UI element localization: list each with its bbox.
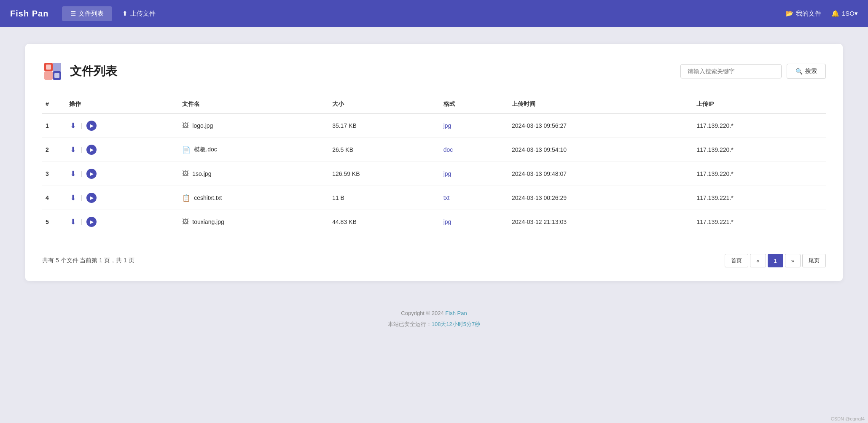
forward-btn[interactable]: ▶ <box>86 120 97 132</box>
nav-file-list[interactable]: ☰ 文件列表 <box>62 6 112 21</box>
row-size: 26.5 KB <box>325 138 437 162</box>
forward-icon: ▶ <box>86 217 97 227</box>
format-link[interactable]: jpg <box>443 218 451 225</box>
filename-text: ceshitxt.txt <box>194 194 222 201</box>
format-link[interactable]: jpg <box>443 122 451 129</box>
filename-text: 模板.doc <box>194 146 217 154</box>
row-size: 44.83 KB <box>325 210 437 234</box>
file-icon: 🖼 <box>182 122 189 129</box>
forward-icon: ▶ <box>86 145 97 155</box>
col-upload-ip: 上传IP <box>690 95 826 113</box>
my-files-btn[interactable]: 📂 我的文件 <box>785 10 821 18</box>
action-divider: | <box>81 122 82 129</box>
page-btn-尾页[interactable]: 尾页 <box>802 254 826 267</box>
nav-file-list-label: 文件列表 <box>78 10 104 18</box>
navbar: Fish Pan ☰ 文件列表 ⬆ 上传文件 📂 我的文件 🔔 1SO▾ <box>0 0 868 27</box>
card-title-icon <box>42 61 63 82</box>
nav-upload-label: 上传文件 <box>130 10 156 18</box>
my-files-icon: 📂 <box>785 10 793 17</box>
svg-rect-5 <box>44 71 53 80</box>
row-filename: 📋 ceshitxt.txt <box>175 186 325 210</box>
col-index: # <box>42 95 62 113</box>
table-row: 3 ⬇ | ▶ 🖼 1so.jpg 126.59 KB jpg 2024-03-… <box>42 162 826 186</box>
row-filename: 🖼 touxiang.jpg <box>175 210 325 234</box>
table-row: 1 ⬇ | ▶ 🖼 logo.jpg 35.17 KB jpg 2024-03-… <box>42 113 826 138</box>
nav-upload[interactable]: ⬆ 上传文件 <box>114 6 164 21</box>
search-area: 🔍 搜索 <box>680 64 826 79</box>
table-row: 4 ⬇ | ▶ 📋 ceshitxt.txt 11 B txt 2024-03-… <box>42 186 826 210</box>
row-upload-time: 2024-03-13 00:26:29 <box>505 186 690 210</box>
user-btn[interactable]: 🔔 1SO▾ <box>831 10 858 17</box>
row-size: 126.59 KB <box>325 162 437 186</box>
forward-icon: ▶ <box>86 121 97 131</box>
page-btn-1[interactable]: 1 <box>768 254 783 267</box>
row-upload-time: 2024-03-12 21:13:03 <box>505 210 690 234</box>
row-upload-ip: 117.139.221.* <box>690 186 826 210</box>
nav-menu: ☰ 文件列表 ⬆ 上传文件 <box>62 6 785 21</box>
row-size: 11 B <box>325 186 437 210</box>
download-btn[interactable]: ⬇ <box>69 120 77 131</box>
page-btn-«[interactable]: « <box>750 254 766 267</box>
my-files-label: 我的文件 <box>796 10 821 18</box>
search-input[interactable] <box>680 64 782 78</box>
svg-rect-3 <box>54 73 59 78</box>
download-icon: ⬇ <box>70 217 76 226</box>
col-size: 大小 <box>325 95 437 113</box>
upload-icon: ⬆ <box>122 10 128 17</box>
row-actions: ⬇ | ▶ <box>62 162 175 186</box>
forward-btn[interactable]: ▶ <box>86 168 97 180</box>
file-table: # 操作 文件名 大小 格式 上传时间 上传IP 1 ⬇ | ▶ <box>42 95 826 234</box>
file-icon: 🖼 <box>182 218 189 226</box>
table-row: 2 ⬇ | ▶ 📄 模板.doc 26.5 KB doc 2024-03-13 … <box>42 138 826 162</box>
row-format: txt <box>437 186 505 210</box>
row-format: jpg <box>437 162 505 186</box>
forward-btn[interactable]: ▶ <box>86 144 97 156</box>
csdn-badge: CSDN @egrrgf4 <box>831 416 865 421</box>
file-icon: 📋 <box>182 194 191 202</box>
download-btn[interactable]: ⬇ <box>69 168 77 179</box>
row-actions: ⬇ | ▶ <box>62 186 175 210</box>
col-format: 格式 <box>437 95 505 113</box>
site-footer: Copyright © 2024 Fish Pan 本站已安全运行：108天12… <box>0 298 868 340</box>
card-footer: 共有 5 个文件 当前第 1 页，共 1 页 首页«1»尾页 <box>42 247 826 267</box>
action-divider: | <box>81 170 82 178</box>
format-link[interactable]: txt <box>443 194 450 201</box>
pagination-info: 共有 5 个文件 当前第 1 页，共 1 页 <box>42 257 134 264</box>
download-icon: ⬇ <box>70 193 76 202</box>
row-size: 35.17 KB <box>325 113 437 138</box>
row-upload-time: 2024-03-13 09:54:10 <box>505 138 690 162</box>
col-action: 操作 <box>62 95 175 113</box>
brand[interactable]: Fish Pan <box>10 9 48 19</box>
forward-btn[interactable]: ▶ <box>86 216 97 228</box>
row-actions: ⬇ | ▶ <box>62 210 175 234</box>
page-content: 文件列表 🔍 搜索 # 操作 文件名 大小 格式 上传时间 上传IP <box>0 27 868 298</box>
col-upload-time: 上传时间 <box>505 95 690 113</box>
download-btn[interactable]: ⬇ <box>69 192 77 203</box>
download-btn[interactable]: ⬇ <box>69 144 77 155</box>
user-label: 1SO▾ <box>842 10 858 17</box>
row-index: 4 <box>42 186 62 210</box>
runtime-text: 本站已安全运行：108天12小时5分7秒 <box>10 319 858 330</box>
row-format: jpg <box>437 210 505 234</box>
format-link[interactable]: jpg <box>443 170 451 177</box>
page-btn-»[interactable]: » <box>785 254 801 267</box>
download-btn[interactable]: ⬇ <box>69 216 77 227</box>
row-filename: 🖼 1so.jpg <box>175 162 325 186</box>
main-card: 文件列表 🔍 搜索 # 操作 文件名 大小 格式 上传时间 上传IP <box>25 44 843 281</box>
row-upload-time: 2024-03-13 09:48:07 <box>505 162 690 186</box>
filename-text: 1so.jpg <box>192 170 211 177</box>
filename-text: touxiang.jpg <box>192 218 224 225</box>
search-button[interactable]: 🔍 搜索 <box>787 64 826 79</box>
table-header-row: # 操作 文件名 大小 格式 上传时间 上传IP <box>42 95 826 113</box>
row-index: 1 <box>42 113 62 138</box>
row-format: doc <box>437 138 505 162</box>
row-format: jpg <box>437 113 505 138</box>
row-upload-ip: 117.139.220.* <box>690 162 826 186</box>
forward-btn[interactable]: ▶ <box>86 192 97 204</box>
card-header: 文件列表 🔍 搜索 <box>42 61 826 82</box>
page-btn-首页[interactable]: 首页 <box>725 254 748 267</box>
download-icon: ⬇ <box>70 145 76 154</box>
row-upload-time: 2024-03-13 09:56:27 <box>505 113 690 138</box>
format-link[interactable]: doc <box>443 146 453 153</box>
row-filename: 📄 模板.doc <box>175 138 325 162</box>
